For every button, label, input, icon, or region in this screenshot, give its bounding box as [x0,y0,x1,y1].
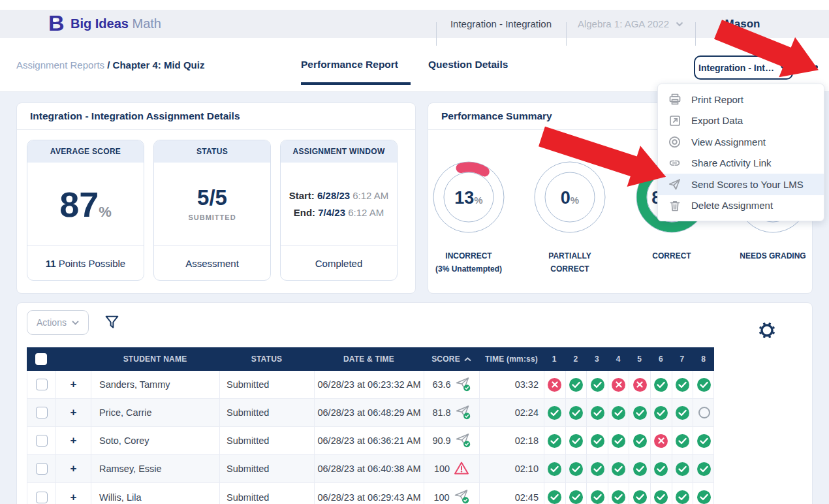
question-result [608,483,630,504]
column-header-date-time[interactable]: DATE & TIME [314,347,424,371]
column-header-student-name[interactable]: STUDENT NAME [91,347,219,371]
question-result [608,371,630,398]
menu-item-send-scores-to-your-lms[interactable]: Send Scores to Your LMS [658,174,824,195]
question-result [587,371,608,398]
student-name: Ramsey, Essie [91,455,220,482]
incorrect-x-icon [612,378,625,392]
donut-label: PARTIALLYCORRECT [518,249,622,276]
eye-icon [668,135,681,149]
row-checkbox[interactable] [27,371,56,398]
question-result [566,427,587,454]
brand-text: Big Ideas Math [70,16,161,31]
student-name: Sanders, Tammy [91,371,220,398]
correct-check-icon [548,406,561,420]
user-menu[interactable]: Mason [695,10,790,38]
question-result [651,483,672,504]
class-selector[interactable]: Algebra 1: AGA 2022 [566,10,695,38]
question-result [629,427,651,454]
column-header-score[interactable]: SCORE [424,347,479,371]
question-result [672,371,694,398]
correct-check-icon [569,490,583,504]
correct-check-icon [591,434,604,448]
correct-check-icon [612,406,625,420]
question-result [651,399,672,426]
date-time: 06/28/23 at 06:48:29 AM [315,399,424,426]
printer-icon [668,93,681,106]
correct-check-icon [569,462,583,476]
tab-question-details[interactable]: Question Details [428,59,508,71]
row-checkbox[interactable] [27,483,56,504]
active-tab-underline [301,82,411,85]
big-ideas-math-logo[interactable]: B Big Ideas Math [48,13,161,34]
correct-check-icon [548,434,561,448]
menu-item-view-assignment[interactable]: View Assignment [658,131,824,153]
gear-icon[interactable] [758,321,776,342]
question-column-header: 2 [565,347,587,371]
link-icon [668,156,681,170]
actions-dropdown-button[interactable]: Actions [27,310,89,335]
app-header: B Big Ideas Math Integration - Integrati… [0,10,829,38]
question-result [608,427,630,454]
question-result [566,455,587,482]
menu-item-print-report[interactable]: Print Report [658,89,824,110]
menu-item-export-data[interactable]: Export Data [658,110,824,132]
student-name: Price, Carrie [91,399,220,426]
assignment-dropdown-button[interactable]: Integration - Int… [694,55,793,80]
breadcrumb: Assignment Reports / Chapter 4: Mid Quiz [16,59,204,71]
correct-check-icon [591,490,604,504]
table-row: +Soto, CoreySubmitted06/28/23 at 06:36:2… [27,427,713,455]
question-column-header: 5 [629,347,650,371]
assignment-window-tile: ASSIGNMENT WINDOW Start: 6/28/23 6:12 AM… [280,140,398,281]
expand-row-button[interactable]: + [56,483,91,504]
tab-performance-report[interactable]: Performance Report [301,59,398,71]
question-result [544,399,566,426]
status: Submitted [220,455,315,482]
question-result [672,455,694,482]
send-icon [668,178,681,191]
menu-item-share-activity-link[interactable]: Share Activity Link [658,153,824,174]
question-column-header: 3 [586,347,608,371]
correct-check-icon [633,434,647,448]
select-all-checkbox[interactable] [27,347,55,371]
menu-item-delete-assignment[interactable]: Delete Assignment [658,195,824,217]
report-tabs: Performance Report Question Details [301,59,508,71]
expand-row-button[interactable]: + [56,427,91,454]
chevron-down-icon [676,22,683,27]
row-checkbox[interactable] [27,455,56,482]
column-header-status[interactable]: STATUS [219,347,314,371]
question-result [566,399,587,426]
breadcrumb-parent-link[interactable]: Assignment Reports [16,59,104,71]
column-header-time-mm-ss-[interactable]: TIME (mm:ss) [479,347,544,371]
correct-check-icon [569,434,583,448]
export-icon [668,114,681,127]
expand-row-button[interactable]: + [56,371,91,398]
details-card-title: Integration - Integration Assignment Det… [17,103,415,130]
score: 81.8 [424,399,480,426]
correct-check-icon [591,406,604,420]
row-checkbox[interactable] [27,427,56,454]
donut-incorrect-3-unattempted-: 13% [431,159,507,235]
unanswered-circle-icon [698,407,710,418]
question-result [651,427,672,454]
more-menu-button[interactable] [803,65,818,69]
filter-icon[interactable] [104,314,120,333]
question-result [587,399,608,426]
question-result [608,399,630,426]
correct-check-icon [612,490,625,504]
correct-check-icon [591,462,604,476]
correct-check-icon [697,462,711,476]
donut-partially-correct: 0% [532,159,608,235]
time-spent: 02:18 [480,427,544,454]
table-row: +Price, CarrieSubmitted06/28/23 at 06:48… [27,399,713,427]
question-result [672,483,694,504]
expand-row-button[interactable]: + [56,399,91,426]
question-result [544,455,566,482]
status: Submitted [220,427,315,454]
row-checkbox[interactable] [27,399,56,426]
expand-row-button[interactable]: + [56,455,91,482]
question-result [544,371,566,398]
window-start: Start: 6/28/23 6:12 AM [289,187,389,204]
question-result [693,483,715,504]
time-spent: 02:10 [480,455,544,482]
score: 90.9 [424,427,480,454]
